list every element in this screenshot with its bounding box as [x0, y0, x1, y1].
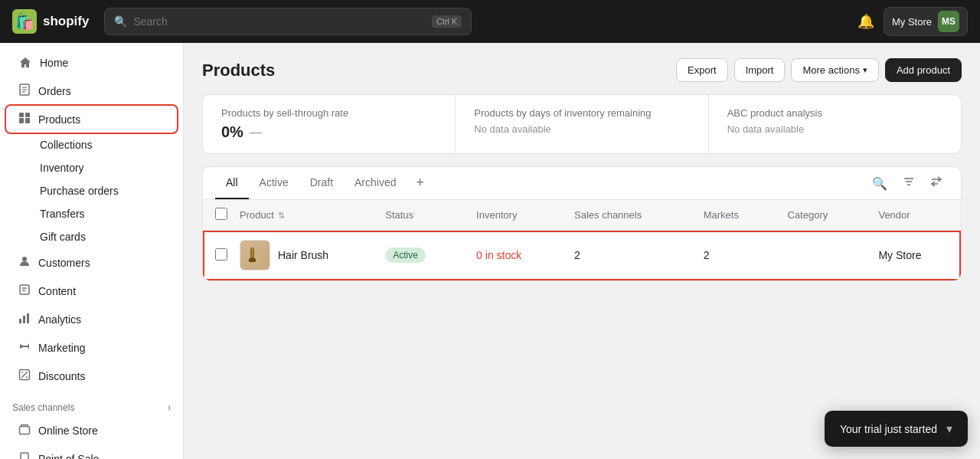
svg-rect-12 [19, 319, 21, 323]
tab-add[interactable]: + [410, 169, 431, 198]
sidebar-item-label: Marketing [38, 342, 85, 354]
trial-banner[interactable]: Your trial just started ▾ [825, 411, 968, 447]
tab-active[interactable]: Active [249, 167, 299, 199]
col-sales-channels: Sales channels [562, 200, 691, 231]
sidebar-sub-purchase-orders[interactable]: Purchase orders [6, 180, 177, 202]
svg-rect-9 [20, 285, 29, 294]
add-product-button[interactable]: Add product [885, 58, 962, 82]
table-body: Hair Brush Active 0 in stock 2 [203, 231, 961, 280]
row-checkbox[interactable] [215, 248, 227, 261]
content-icon [18, 284, 31, 298]
search-bar[interactable]: 🔍 Ctrl K [104, 8, 472, 35]
search-shortcut: Ctrl K [432, 15, 462, 28]
svg-point-33 [252, 255, 253, 257]
online-store-icon [18, 423, 31, 438]
svg-point-8 [22, 257, 27, 261]
stat-label: ABC product analysis [727, 107, 942, 119]
home-icon [18, 56, 32, 70]
stat-no-data: No data available [474, 123, 689, 135]
import-button[interactable]: Import [734, 58, 786, 82]
products-table: Product ⇅ Status Inventory Sales channel… [203, 200, 961, 280]
inventory-value: 0 in stock [476, 249, 521, 261]
sales-channels-value: 2 [574, 249, 580, 261]
sidebar-sub-collections[interactable]: Collections [6, 134, 177, 156]
stat-dash: — [250, 126, 262, 139]
sidebar-item-label: Home [40, 57, 68, 69]
store-button[interactable]: My Store MS [884, 7, 968, 36]
page-header: Products Export Import More actions ▾ Ad… [202, 58, 962, 82]
product-name: Hair Brush [278, 249, 328, 261]
page-title: Products [202, 61, 676, 80]
search-table-button[interactable]: 🔍 [866, 172, 893, 195]
sidebar-item-label: Orders [38, 85, 71, 97]
chevron-down-icon: ▾ [863, 65, 867, 75]
product-cell: Hair Brush [240, 240, 367, 270]
sidebar-item-products[interactable]: Products [6, 106, 177, 133]
customers-icon [18, 255, 31, 270]
stat-label: Products by sell-through rate [221, 107, 436, 119]
pos-icon [18, 451, 31, 459]
sort-icon[interactable]: ⇅ [278, 211, 285, 220]
sidebar-sub-transfers[interactable]: Transfers [6, 203, 177, 225]
sidebar-item-home[interactable]: Home [6, 50, 177, 76]
table-head: Product ⇅ Status Inventory Sales channel… [203, 200, 961, 231]
top-nav: 🛍️ shopify 🔍 Ctrl K 🔔 My Store MS [0, 0, 980, 43]
expand-icon[interactable]: › [168, 402, 171, 413]
col-product: Product ⇅ [240, 200, 373, 231]
sidebar-item-analytics[interactable]: Analytics [6, 306, 177, 333]
stat-card-1[interactable]: Products by days of inventory remaining … [456, 95, 708, 153]
sidebar-sub-inventory[interactable]: Inventory [6, 157, 177, 179]
logo[interactable]: 🛍️ shopify [12, 9, 89, 34]
product-thumbnail [240, 240, 270, 270]
sales-channels-section: Sales channels › [0, 393, 183, 416]
svg-rect-5 [25, 118, 30, 123]
sidebar-item-orders[interactable]: Orders [6, 77, 177, 104]
svg-point-30 [252, 248, 253, 250]
sidebar-item-point-of-sale[interactable]: Point of Sale [6, 445, 177, 459]
sort-table-button[interactable] [924, 171, 949, 195]
sidebar: Home Orders Products Collections Invento… [0, 43, 184, 459]
sidebar-item-marketing[interactable]: Marketing [6, 334, 177, 361]
svg-point-31 [252, 251, 253, 252]
tab-all[interactable]: All [215, 167, 249, 199]
status-badge: Active [385, 248, 426, 263]
stat-card-2[interactable]: ABC product analysis No data available [709, 95, 961, 153]
table-row[interactable]: Hair Brush Active 0 in stock 2 [203, 231, 961, 280]
search-input[interactable] [133, 15, 426, 28]
svg-rect-29 [249, 258, 256, 262]
col-vendor: Vendor [866, 200, 961, 231]
col-category: Category [775, 200, 866, 231]
main-content: Products Export Import More actions ▾ Ad… [184, 43, 980, 459]
table-tabs: All Active Draft Archived + 🔍 [203, 167, 961, 200]
sidebar-sub-gift-cards[interactable]: Gift cards [6, 226, 177, 248]
stat-value: 0% — [221, 123, 436, 141]
sidebar-item-label: Products [38, 113, 80, 126]
col-status: Status [373, 200, 464, 231]
export-button[interactable]: Export [676, 58, 728, 82]
select-all-checkbox[interactable] [215, 208, 227, 220]
vendor-value: My Store [878, 249, 921, 261]
filter-table-button[interactable] [897, 171, 921, 195]
tab-archived[interactable]: Archived [344, 167, 407, 199]
sidebar-item-discounts[interactable]: Discounts [6, 362, 177, 389]
svg-rect-4 [19, 118, 24, 123]
sidebar-item-customers[interactable]: Customers [6, 249, 177, 276]
more-actions-button[interactable]: More actions ▾ [791, 58, 878, 82]
bell-icon[interactable]: 🔔 [858, 13, 874, 30]
col-inventory: Inventory [464, 200, 562, 231]
trial-label: Your trial just started [840, 423, 937, 435]
product-table-container: All Active Draft Archived + 🔍 [202, 166, 962, 281]
stat-card-0[interactable]: Products by sell-through rate 0% — [203, 95, 456, 153]
table-actions: 🔍 [866, 171, 949, 195]
analytics-icon [18, 312, 31, 326]
orders-icon [18, 84, 31, 98]
stats-row: Products by sell-through rate 0% — Produ… [202, 94, 962, 154]
col-markets: Markets [691, 200, 776, 231]
discounts-icon [18, 369, 31, 383]
sidebar-item-online-store[interactable]: Online Store [6, 417, 177, 444]
sidebar-item-content[interactable]: Content [6, 277, 177, 304]
markets-value: 2 [704, 249, 710, 261]
tab-draft[interactable]: Draft [299, 167, 344, 199]
store-avatar: MS [938, 11, 959, 32]
main-layout: Home Orders Products Collections Invento… [0, 43, 980, 459]
